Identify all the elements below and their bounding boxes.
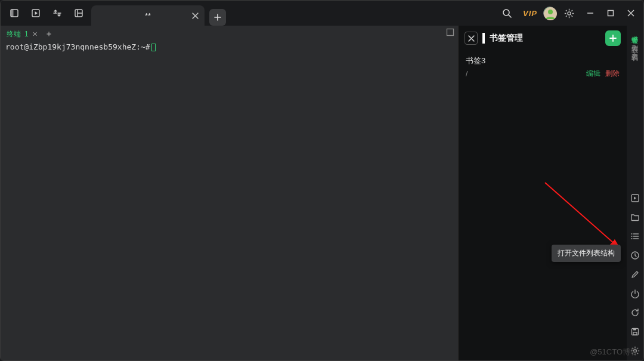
side-tab-download[interactable]: 下载列表	[631, 47, 639, 50]
terminal-pane: 终端 1 ✕ ＋ root@iZbp19kj73nqnnesb59xheZ:~#	[1, 26, 458, 360]
terminal-tab[interactable]: 终端 1 ✕	[7, 29, 38, 39]
panel-title: 书签管理	[490, 33, 523, 44]
close-button[interactable]	[622, 4, 640, 22]
terminal-prompt: root@iZbp19kj73nqnnesb59xheZ:~#	[5, 42, 150, 51]
expand-icon[interactable]	[446, 28, 454, 36]
right-sidebar: 书签管理 上传列表 下载列表	[627, 26, 643, 360]
close-icon[interactable]	[190, 11, 200, 20]
svg-line-8	[509, 15, 511, 17]
svg-rect-26	[633, 329, 636, 331]
terminal-tabbar: 终端 1 ✕ ＋	[1, 26, 458, 42]
svg-rect-13	[608, 11, 614, 16]
bookmark-name: 书签3	[466, 55, 620, 66]
svg-point-22	[631, 238, 633, 239]
titlebar-left-icons	[1, 3, 89, 23]
close-icon[interactable]: ✕	[32, 30, 38, 38]
avatar[interactable]	[543, 7, 556, 20]
svg-point-21	[631, 236, 633, 237]
tab-label: **	[91, 11, 205, 20]
add-bookmark-button[interactable]	[605, 30, 621, 46]
add-tab-button[interactable]	[209, 9, 226, 26]
terminal-tab-label: 终端	[7, 29, 21, 39]
search-icon[interactable]	[497, 3, 517, 23]
close-panel-button[interactable]	[465, 32, 478, 45]
delete-link[interactable]: 删除	[605, 69, 620, 79]
svg-rect-1	[11, 10, 14, 17]
svg-marker-3	[35, 11, 38, 15]
side-tab-bookmarks[interactable]: 书签管理	[631, 30, 639, 33]
bookmark-panel: 书签管理 书签3 / 编辑 删除	[458, 26, 627, 360]
side-tab-upload[interactable]: 上传列表	[631, 39, 639, 41]
vip-badge[interactable]: VIP	[519, 9, 541, 18]
list-icon[interactable]	[627, 227, 643, 246]
terminal-tab-number: 1	[24, 30, 29, 38]
layout-icon[interactable]	[69, 3, 89, 23]
svg-point-20	[631, 233, 633, 235]
title-tab[interactable]: **	[91, 5, 205, 26]
add-terminal-button[interactable]: ＋	[45, 29, 53, 39]
gear-icon[interactable]	[627, 341, 643, 360]
gear-icon[interactable]	[559, 3, 579, 23]
tooltip: 打开文件列表结构	[552, 245, 621, 262]
svg-point-11	[567, 11, 570, 14]
bookmark-path: /	[466, 70, 586, 78]
svg-rect-25	[633, 332, 637, 335]
titlebar: ** VIP	[1, 1, 643, 26]
power-icon[interactable]	[627, 284, 643, 303]
svg-rect-14	[447, 29, 454, 36]
edit-link[interactable]: 编辑	[586, 69, 600, 79]
panel-icon[interactable]	[4, 3, 24, 23]
bookmark-row: / 编辑 删除	[466, 69, 620, 79]
title-tabs: **	[91, 1, 226, 26]
titlebar-right-icons: VIP	[497, 3, 643, 23]
edit-icon[interactable]	[627, 265, 643, 284]
title-marker	[482, 33, 485, 44]
bookmark-header: 书签管理	[459, 26, 627, 51]
bookmark-item[interactable]: 书签3 / 编辑 删除	[459, 51, 627, 81]
minimize-button[interactable]	[581, 4, 599, 22]
cursor	[151, 44, 156, 51]
svg-marker-16	[634, 197, 636, 200]
refresh-icon[interactable]	[627, 303, 643, 322]
split-icon[interactable]	[47, 3, 67, 23]
main-area: 终端 1 ✕ ＋ root@iZbp19kj73nqnnesb59xheZ:~#…	[1, 26, 643, 360]
terminal-icon[interactable]	[627, 189, 643, 208]
folder-icon[interactable]	[627, 208, 643, 227]
svg-point-10	[548, 10, 553, 14]
terminal-body[interactable]: root@iZbp19kj73nqnnesb59xheZ:~#	[1, 42, 458, 360]
maximize-button[interactable]	[602, 4, 620, 22]
clock-icon[interactable]	[627, 246, 643, 265]
play-icon[interactable]	[26, 3, 46, 23]
save-icon[interactable]	[627, 322, 643, 341]
svg-point-27	[634, 350, 637, 353]
